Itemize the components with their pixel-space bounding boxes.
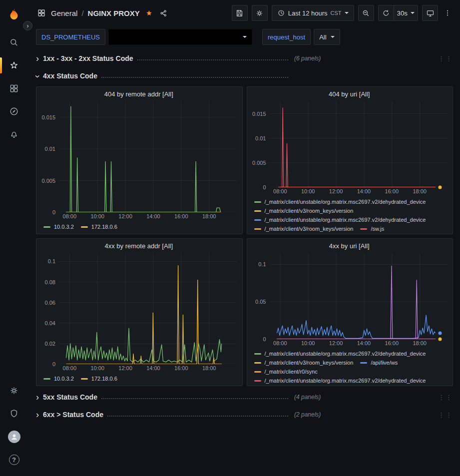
x-axis: 08:0010:0012:0014:0016:0018:00 <box>269 339 448 348</box>
panel-title[interactable]: 404 by remote addr [All] <box>40 89 237 99</box>
user-avatar <box>8 431 20 443</box>
compass-icon <box>9 106 19 116</box>
legend-item[interactable]: /_matrix/client/v3/room_keys/version <box>254 208 354 214</box>
breadcrumb: General / NGINX PROXY <box>36 8 169 17</box>
datasource-variable-label: DS_PROMETHEUS <box>36 29 105 45</box>
panel-4xx-by-remote-addr: 4xx by remote addr [All] 00.020.040.060.… <box>36 238 243 386</box>
row-dots <box>101 398 288 399</box>
chevron-down-icon <box>345 12 349 14</box>
refresh-button[interactable] <box>378 5 394 21</box>
kebab-menu-button[interactable] <box>442 5 453 21</box>
favorite-button[interactable] <box>144 9 154 17</box>
time-range-picker[interactable]: Last 12 hours CST <box>272 5 354 21</box>
legend-item[interactable]: /_matrix/client/unstable/org.matrix.msc2… <box>254 199 426 205</box>
row-dots <box>101 77 288 78</box>
sidebar-item-starred[interactable] <box>0 54 28 77</box>
chevron-down-icon: › <box>33 75 42 78</box>
row-main: › 6xx > Status Code <box>36 410 288 419</box>
dashboards-grid-button[interactable] <box>36 8 47 17</box>
refresh-interval-label: 30s <box>397 9 408 17</box>
dashboard-settings-button[interactable] <box>252 5 268 21</box>
sidebar-item-help[interactable]: ? <box>0 448 28 471</box>
legend-item[interactable]: /_matrix/client/unstable/org.matrix.msc2… <box>254 217 426 223</box>
zoom-out-button[interactable] <box>358 5 374 21</box>
y-tick-label: 0 <box>52 209 55 215</box>
y-tick-label: 0.005 <box>252 160 266 166</box>
legend-item[interactable]: 10.0.3.2 <box>43 376 74 382</box>
legend-item[interactable]: /api/live/ws <box>360 360 398 366</box>
request-host-variable-label: request_host <box>262 29 311 45</box>
dashboard-row-4xx[interactable]: › 4xx Status Code <box>36 69 453 83</box>
sidebar-item-settings[interactable] <box>0 379 28 402</box>
chart: 00.0050.010.015 <box>251 101 448 187</box>
sidebar-item-dashboards[interactable] <box>0 77 28 100</box>
request-host-variable-value: All <box>319 33 326 41</box>
sidebar-item-admin[interactable] <box>0 402 28 425</box>
shield-icon <box>9 409 19 419</box>
legend-label: 172.18.0.6 <box>91 376 117 382</box>
legend-item[interactable]: 172.18.0.6 <box>81 224 117 230</box>
legend-item[interactable]: /sw.js <box>360 226 384 232</box>
legend-item[interactable]: /_matrix/client/v3/room_keys/version <box>254 360 354 366</box>
star-icon <box>9 60 19 70</box>
drag-handle-icon[interactable]: ⋮⋮ <box>438 394 453 401</box>
sidebar-item-profile[interactable] <box>0 425 28 448</box>
sidebar-expand-button[interactable]: › <box>23 21 32 30</box>
sidebar: ? <box>0 0 28 476</box>
refresh-interval-dropdown[interactable]: 30s <box>394 5 419 21</box>
panel-title[interactable]: 404 by uri [All] <box>251 89 448 99</box>
dashboard-row-1xx-3xx-2xx[interactable]: › 1xx - 3xx - 2xx Status Code (6 panels)… <box>36 51 453 65</box>
legend-item[interactable]: /_matrix/client/unstable/org.matrix.msc2… <box>254 378 426 384</box>
x-tick-label: 12:00 <box>329 340 343 346</box>
dashboard: › 1xx - 3xx - 2xx Status Code (6 panels)… <box>28 48 460 476</box>
apps-icon <box>9 83 19 93</box>
legend-label: /_matrix/client/v3/room_keys/version <box>265 208 354 214</box>
y-tick-label: 0.02 <box>45 341 55 347</box>
y-tick-label: 0.01 <box>45 146 55 152</box>
y-axis: 00.050.1 <box>251 253 269 339</box>
x-axis: 08:0010:0012:0014:0016:0018:00 <box>58 212 237 221</box>
sidebar-item-alerting[interactable] <box>0 123 28 146</box>
breadcrumb-section[interactable]: General <box>51 9 77 17</box>
legend-item[interactable]: 10.0.3.2 <box>43 224 74 230</box>
drag-handle-icon[interactable]: ⋮⋮ <box>438 412 453 418</box>
x-tick-label: 08:00 <box>273 340 287 346</box>
monitor-icon <box>426 9 435 17</box>
legend-item[interactable]: /_matrix/client/unstable/org.matrix.msc2… <box>254 351 426 357</box>
panel-4xx-by-uri: 4xx by uri [All] 00.050.1 08:0010:0012:0… <box>247 238 454 386</box>
y-tick-label: 0.05 <box>255 299 266 305</box>
dashboard-title[interactable]: NGINX PROXY <box>88 9 140 17</box>
legend-swatch <box>43 226 50 228</box>
dashboard-row-6xx[interactable]: › 6xx > Status Code (2 panels) ⋮⋮ <box>36 408 453 422</box>
legend-item[interactable]: /_matrix/client/v3/room_keys/version <box>254 226 354 232</box>
question-icon: ? <box>9 455 19 465</box>
chevron-down-icon <box>411 12 415 14</box>
sidebar-item-search[interactable] <box>0 31 28 54</box>
legend-swatch <box>254 201 261 203</box>
row-title: 5xx Status Code <box>43 393 97 401</box>
tv-mode-button[interactable] <box>422 5 438 21</box>
y-axis: 00.0050.010.015 <box>251 101 269 187</box>
main-area: General / NGINX PROXY <box>28 0 460 476</box>
sidebar-item-explore[interactable] <box>0 100 28 123</box>
panel-title[interactable]: 4xx by remote addr [All] <box>40 241 237 251</box>
datasource-variable-select[interactable] <box>108 29 252 45</box>
x-tick-label: 18:00 <box>413 188 427 194</box>
dashboard-row-5xx[interactable]: › 5xx Status Code (4 panels) ⋮⋮ <box>36 390 453 404</box>
legend: /_matrix/client/unstable/org.matrix.msc2… <box>251 196 448 234</box>
legend-item[interactable]: 172.18.0.6 <box>81 376 117 382</box>
drag-handle-icon[interactable]: ⋮⋮ <box>438 55 453 62</box>
legend-swatch <box>81 226 88 228</box>
gear-icon <box>255 9 264 17</box>
y-tick-label: 0 <box>52 361 55 367</box>
panel-title[interactable]: 4xx by uri [All] <box>251 241 448 251</box>
series-line <box>66 266 221 364</box>
share-button[interactable] <box>158 9 169 17</box>
x-tick-label: 08:00 <box>63 365 77 371</box>
request-host-variable-select[interactable]: All <box>314 29 340 45</box>
save-dashboard-button[interactable] <box>232 5 248 21</box>
legend-item[interactable]: /_matrix/client/r0/sync <box>254 369 318 375</box>
clock-icon <box>277 9 285 17</box>
panel-grid: 404 by remote addr [All] 00.0050.010.015… <box>36 86 453 386</box>
row-panel-count: (4 panels) <box>294 394 321 401</box>
